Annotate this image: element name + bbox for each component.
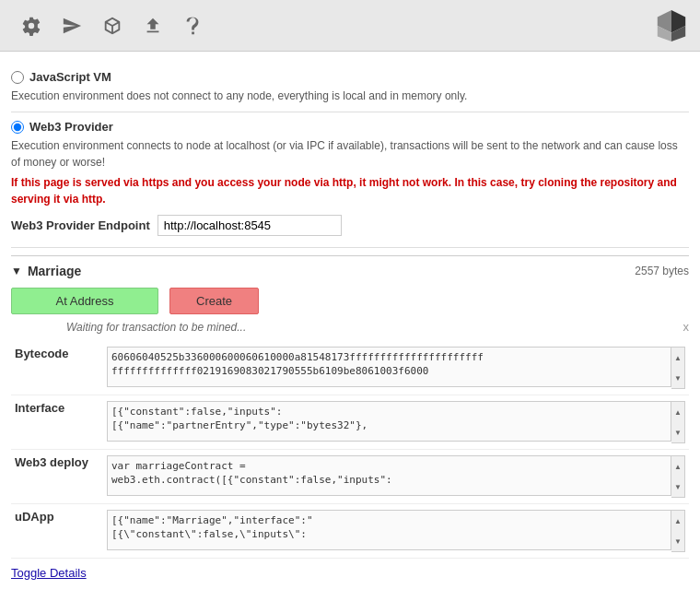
scroll-arrows: ▲▼ xyxy=(671,510,685,552)
endpoint-row: Web3 Provider Endpoint xyxy=(11,215,689,236)
upload-icon[interactable] xyxy=(136,9,169,42)
contract-section: ▼ Marriage 2557 bytes At Address Create … xyxy=(11,255,689,587)
detail-row: Web3 deploy▲▼ xyxy=(11,450,689,504)
js-vm-radio[interactable] xyxy=(11,71,24,84)
cube-icon[interactable] xyxy=(96,9,129,42)
contract-header: ▼ Marriage 2557 bytes xyxy=(11,264,689,278)
detail-textarea[interactable] xyxy=(107,510,671,550)
buttons-row: At Address Create xyxy=(11,288,689,314)
detail-value-cell: ▲▼ xyxy=(103,395,689,450)
js-vm-option[interactable]: JavaScript VM xyxy=(11,70,689,84)
detail-label: Interface xyxy=(11,395,103,450)
textarea-wrapper: ▲▼ xyxy=(107,401,685,443)
detail-value-cell: ▲▼ xyxy=(103,504,689,559)
textarea-wrapper: ▲▼ xyxy=(107,347,685,389)
scroll-arrows: ▲▼ xyxy=(671,347,685,389)
detail-textarea[interactable] xyxy=(107,455,671,496)
endpoint-label: Web3 Provider Endpoint xyxy=(11,218,150,232)
settings-icon[interactable] xyxy=(15,9,48,42)
section-divider-2 xyxy=(11,247,689,248)
detail-label: Bytecode xyxy=(11,341,103,395)
web3-provider-option[interactable]: Web3 Provider xyxy=(11,120,689,134)
tx-status-text: Waiting for transaction to be mined... xyxy=(66,321,246,334)
web3-radio[interactable] xyxy=(11,121,24,134)
textarea-wrapper: ▲▼ xyxy=(107,510,685,552)
scroll-up-arrow[interactable]: ▲ xyxy=(671,456,684,477)
js-vm-description: Execution environment does not connect t… xyxy=(11,88,689,104)
detail-label: Web3 deploy xyxy=(11,450,103,504)
create-button[interactable]: Create xyxy=(169,288,259,314)
scroll-down-arrow[interactable]: ▼ xyxy=(671,531,684,551)
detail-value-cell: ▲▼ xyxy=(103,450,689,504)
send-icon[interactable] xyxy=(55,9,88,42)
detail-row: Bytecode▲▼ xyxy=(11,341,689,395)
help-icon[interactable] xyxy=(177,9,210,42)
detail-textarea[interactable] xyxy=(107,347,671,387)
scroll-arrows: ▲▼ xyxy=(671,455,685,498)
detail-value-cell: ▲▼ xyxy=(103,341,689,395)
at-address-button[interactable]: At Address xyxy=(11,288,158,314)
details-table: Bytecode▲▼Interface▲▼Web3 deploy▲▼uDApp▲… xyxy=(11,341,689,559)
endpoint-input[interactable] xyxy=(158,215,342,236)
web3-label: Web3 Provider xyxy=(29,120,113,134)
scroll-up-arrow[interactable]: ▲ xyxy=(671,511,684,531)
contract-name: Marriage xyxy=(28,264,81,278)
textarea-wrapper: ▲▼ xyxy=(107,455,685,498)
tx-close-button[interactable]: x xyxy=(683,320,690,334)
web3-warning: If this page is served via https and you… xyxy=(11,174,689,207)
scroll-up-arrow[interactable]: ▲ xyxy=(671,348,684,368)
main-content: JavaScript VM Execution environment does… xyxy=(0,52,700,587)
contract-size: 2557 bytes xyxy=(635,265,689,277)
toolbar xyxy=(0,0,700,52)
tx-status-row: Waiting for transaction to be mined... x xyxy=(11,320,689,334)
detail-row: uDApp▲▼ xyxy=(11,504,689,559)
detail-label: uDApp xyxy=(11,504,103,559)
contract-title-row: ▼ Marriage xyxy=(11,264,81,278)
scroll-down-arrow[interactable]: ▼ xyxy=(671,477,684,497)
collapse-icon[interactable]: ▼ xyxy=(11,265,22,277)
web3-description: Execution environment connects to node a… xyxy=(11,137,689,171)
scroll-arrows: ▲▼ xyxy=(671,401,685,443)
detail-textarea[interactable] xyxy=(107,401,671,442)
toggle-details-link[interactable]: Toggle Details xyxy=(11,559,87,587)
section-divider-1 xyxy=(11,112,689,112)
js-vm-label: JavaScript VM xyxy=(29,70,111,84)
scroll-down-arrow[interactable]: ▼ xyxy=(671,368,684,388)
scroll-down-arrow[interactable]: ▼ xyxy=(671,422,684,442)
detail-row: Interface▲▼ xyxy=(11,395,689,450)
app-logo xyxy=(654,8,689,43)
scroll-up-arrow[interactable]: ▲ xyxy=(671,402,684,422)
